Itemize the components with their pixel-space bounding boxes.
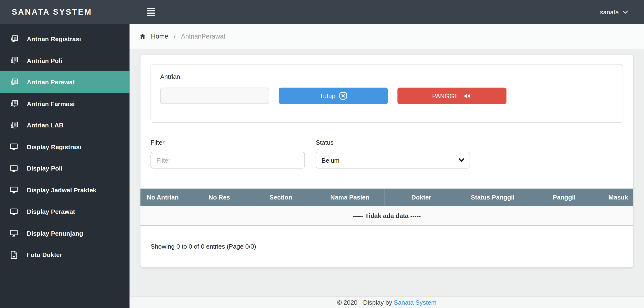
sidebar-item-display-registrasi[interactable]: Display Registrasi bbox=[0, 136, 130, 158]
sidebar-item-antrian-lab[interactable]: Antrian LAB bbox=[0, 114, 130, 136]
empty-row: ----- Tidak ada data ----- bbox=[140, 206, 633, 225]
table-header-section: Section bbox=[246, 189, 315, 206]
sidebar-item-label: Display Penunjang bbox=[27, 230, 83, 237]
queue-icon bbox=[9, 121, 19, 130]
breadcrumb-separator: / bbox=[174, 32, 176, 40]
footer-link[interactable]: Sanata System bbox=[394, 299, 436, 306]
speaker-icon bbox=[463, 92, 472, 100]
tutup-button-label: Tutup bbox=[320, 92, 336, 100]
panggil-button[interactable]: PANGGIL bbox=[398, 88, 506, 104]
antrian-panel: Antrian Tutup PANGGIL bbox=[150, 64, 623, 123]
status-select-wrap: Belum bbox=[316, 152, 470, 168]
monitor-icon bbox=[9, 228, 19, 238]
queue-table: No Antrian No Res Section Nama Pasien Do… bbox=[140, 189, 633, 226]
sidebar-item-label: Antrian Perawat bbox=[27, 78, 75, 86]
table-header-row: No Antrian No Res Section Nama Pasien Do… bbox=[140, 189, 633, 206]
empty-data-message: ----- Tidak ada data ----- bbox=[140, 206, 633, 225]
sidebar-item-antrian-registrasi[interactable]: Antrian Registrasi bbox=[0, 28, 130, 50]
breadcrumb-current: AntrianPerawat bbox=[181, 32, 225, 40]
table-header-no-antrian: No Antrian bbox=[140, 189, 192, 206]
tutup-button[interactable]: Tutup bbox=[279, 88, 388, 104]
sidebar-item-label: Display Poli bbox=[27, 165, 62, 172]
sidebar-item-label: Antrian Farmasi bbox=[27, 100, 75, 107]
chevron-down-icon bbox=[623, 10, 628, 14]
top-navbar: SANATA SYSTEM sanata bbox=[0, 0, 644, 24]
hamburger-icon bbox=[147, 8, 155, 9]
filter-field: Filter bbox=[150, 139, 305, 168]
brand[interactable]: SANATA SYSTEM bbox=[0, 8, 130, 17]
filter-label: Filter bbox=[150, 139, 305, 146]
sidebar-item-label: Display Perawat bbox=[27, 208, 75, 215]
sidebar-item-label: Display Registrasi bbox=[27, 143, 82, 150]
photo-file-icon bbox=[9, 250, 19, 260]
table-header-nama-pasien: Nama Pasien bbox=[315, 189, 384, 206]
sidebar-item-label: Antrian LAB bbox=[27, 122, 64, 129]
antrian-input[interactable] bbox=[160, 88, 269, 104]
table-header-panggil: Panggil bbox=[527, 189, 601, 206]
panggil-button-label: PANGGIL bbox=[432, 92, 460, 100]
entries-summary: Showing 0 to 0 of 0 entries (Page 0/0) bbox=[140, 226, 633, 267]
status-field: Status Belum bbox=[316, 139, 470, 168]
queue-icon bbox=[9, 56, 19, 65]
main-content: Home / AntrianPerawat Antrian Tutup bbox=[130, 24, 644, 308]
sidebar-item-label: Display Jadwal Praktek bbox=[27, 186, 96, 194]
app-root: SANATA SYSTEM sanata Antrian Registrasi … bbox=[0, 0, 644, 308]
sidebar-item-display-poli[interactable]: Display Poli bbox=[0, 158, 130, 179]
page-body: Antrian Tutup PANGGIL bbox=[130, 49, 644, 296]
sidebar-item-antrian-poli[interactable]: Antrian Poli bbox=[0, 50, 130, 71]
home-icon[interactable] bbox=[139, 32, 146, 40]
sidebar-item-foto-dokter[interactable]: Foto Dokter bbox=[0, 244, 130, 266]
menu-toggle-button[interactable] bbox=[146, 7, 156, 17]
monitor-icon bbox=[9, 142, 19, 152]
breadcrumb: Home / AntrianPerawat bbox=[130, 24, 644, 49]
antrian-label: Antrian bbox=[160, 73, 614, 80]
sidebar-item-label: Antrian Registrasi bbox=[27, 35, 81, 42]
breadcrumb-home-link[interactable]: Home bbox=[151, 32, 168, 40]
card-padding-area: Antrian Tutup PANGGIL bbox=[140, 55, 633, 168]
table-header-no-res: No Res bbox=[192, 189, 246, 206]
antrian-row: Tutup PANGGIL bbox=[160, 88, 614, 104]
sidebar-item-display-jadwal-praktek[interactable]: Display Jadwal Praktek bbox=[0, 179, 130, 201]
sidebar: Antrian Registrasi Antrian Poli Antrian … bbox=[0, 24, 130, 308]
user-name: sanata bbox=[600, 8, 619, 16]
sidebar-item-label: Foto Dokter bbox=[27, 251, 62, 258]
queue-icon bbox=[9, 77, 19, 87]
footer-text: © 2020 - Display by bbox=[337, 299, 392, 306]
monitor-icon bbox=[9, 164, 19, 173]
monitor-icon bbox=[9, 185, 19, 195]
monitor-icon bbox=[9, 207, 19, 216]
queue-icon bbox=[9, 34, 19, 44]
sidebar-item-label: Antrian Poli bbox=[27, 57, 62, 64]
status-label: Status bbox=[316, 139, 470, 146]
table-header-masuk: Masuk bbox=[601, 189, 633, 206]
table-header-dokter: Dokter bbox=[384, 189, 458, 206]
filter-input[interactable] bbox=[150, 152, 305, 168]
sidebar-item-antrian-perawat[interactable]: Antrian Perawat bbox=[0, 71, 130, 93]
footer: © 2020 - Display by Sanata System bbox=[130, 296, 644, 308]
status-select[interactable]: Belum bbox=[316, 152, 470, 168]
sidebar-item-display-perawat[interactable]: Display Perawat bbox=[0, 201, 130, 222]
sidebar-item-display-penunjang[interactable]: Display Penunjang bbox=[0, 222, 130, 244]
close-icon bbox=[339, 92, 347, 100]
filters-row: Filter Status Belum bbox=[150, 139, 623, 168]
main-card: Antrian Tutup PANGGIL bbox=[140, 55, 633, 267]
user-menu[interactable]: sanata bbox=[600, 8, 644, 16]
queue-icon bbox=[9, 99, 19, 108]
table-header-status-panggil: Status Panggil bbox=[458, 189, 527, 206]
sidebar-item-antrian-farmasi[interactable]: Antrian Farmasi bbox=[0, 93, 130, 114]
